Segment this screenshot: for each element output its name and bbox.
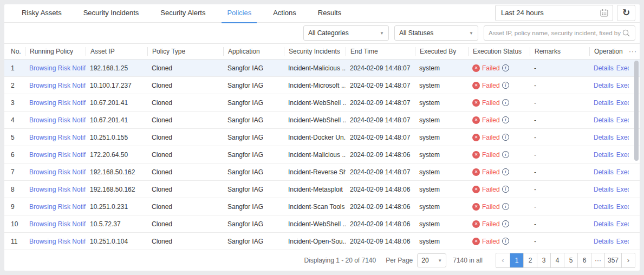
category-select[interactable]: All Categories ▼ [303,25,389,41]
running-policy-link[interactable]: Browsing Risk Notif... [29,134,86,141]
info-icon[interactable]: i [502,116,509,123]
table-row[interactable]: 4Browsing Risk Notif...10.67.201.41Clone… [4,112,640,129]
table-row[interactable]: 9Browsing Risk Notif...10.251.0.231Clone… [4,198,640,215]
details-link[interactable]: Details [594,82,614,89]
column-header-application[interactable]: Application [223,47,284,56]
table-row[interactable]: 3Browsing Risk Notif...10.67.201.41Clone… [4,94,640,112]
page-button-357[interactable]: 357 [604,253,621,267]
details-link[interactable]: Details [594,151,614,159]
info-icon[interactable]: i [502,99,509,106]
vertical-scrollbar[interactable] [634,61,639,161]
column-settings-icon[interactable]: ··· [629,47,640,56]
page-ellipsis[interactable]: ··· [591,253,604,267]
running-policy-link[interactable]: Browsing Risk Notif... [29,82,86,89]
execute-link[interactable]: Execut... [616,151,629,159]
info-icon[interactable]: i [502,186,509,193]
column-header-security-incidents[interactable]: Security Incidents [284,47,346,56]
page-button-6[interactable]: 6 [577,253,591,267]
details-link[interactable]: Details [594,116,614,124]
column-header-end-time[interactable]: End Time [346,47,415,56]
execute-link[interactable]: Execut... [616,116,629,124]
info-icon[interactable]: i [502,64,509,71]
page-button-5[interactable]: 5 [564,253,577,267]
row-number: 11 [4,238,25,245]
page-button-3[interactable]: 3 [537,253,550,267]
execute-link[interactable]: Execut... [616,238,629,245]
operation-cell: DetailsExecut... [589,220,629,228]
table-row[interactable]: 5Browsing Risk Notif...10.251.0.155Clone… [4,129,640,146]
execute-link[interactable]: Execut... [616,168,629,176]
search-icon[interactable] [622,29,630,37]
running-policy-link[interactable]: Browsing Risk Notif... [29,168,86,176]
info-icon[interactable]: i [502,238,509,245]
table-row[interactable]: 6Browsing Risk Notif...172.20.64.50Clone… [4,146,640,163]
running-policy-link[interactable]: Browsing Risk Notif... [29,99,86,107]
info-icon[interactable]: i [502,134,509,141]
column-header-running-policy[interactable]: Running Policy [25,47,86,56]
info-icon[interactable]: i [502,82,509,89]
per-page-select[interactable]: 20 ▼ [417,253,446,267]
details-link[interactable]: Details [594,64,614,72]
tab-policies[interactable]: Policies [222,4,257,23]
details-link[interactable]: Details [594,238,614,245]
running-policy-link[interactable]: Browsing Risk Notif... [29,151,86,159]
tabs-container: Risky AssetsSecurity IncidentsSecurity A… [16,4,357,23]
table-row[interactable]: 10Browsing Risk Notif...10.5.72.37Cloned… [4,215,640,233]
execute-link[interactable]: Execut... [616,134,629,141]
search-input[interactable] [489,30,622,36]
refresh-button[interactable]: ↻ [617,5,635,21]
info-icon[interactable]: i [502,203,509,210]
tab-results[interactable]: Results [313,4,347,23]
details-link[interactable]: Details [594,186,614,193]
page-button-1[interactable]: 1 [510,253,523,267]
tab-security-incidents[interactable]: Security Incidents [78,4,145,23]
prev-page-button[interactable]: ‹ [496,253,510,267]
table-row[interactable]: 11Browsing Risk Notif...10.251.0.104Clon… [4,233,640,250]
info-icon[interactable]: i [502,220,509,227]
column-header-policy-type[interactable]: Policy Type [147,47,223,56]
end-time-cell: 2024-02-09 14:48:07 [346,99,415,107]
details-link[interactable]: Details [594,220,614,228]
column-header-operation[interactable]: Operation [589,47,629,56]
tab-security-alerts[interactable]: Security Alerts [155,4,211,23]
running-policy-link[interactable]: Browsing Risk Notif... [29,116,86,124]
execute-link[interactable]: Execut... [616,220,629,228]
running-policy-link[interactable]: Browsing Risk Notif... [29,64,86,72]
execute-link[interactable]: Execut... [616,64,629,72]
date-range-picker[interactable]: Last 24 hours [495,5,613,21]
column-header-no-[interactable]: No. [4,47,25,56]
column-header-execution-status[interactable]: Execution Status [468,47,530,56]
details-link[interactable]: Details [594,134,614,141]
execution-status-cell: ✕Failedi [468,186,530,193]
execute-link[interactable]: Execut... [616,82,629,89]
table-row[interactable]: 2Browsing Risk Notif...10.100.17.237Clon… [4,77,640,94]
page-button-4[interactable]: 4 [550,253,564,267]
info-icon[interactable]: i [502,168,509,175]
table-row[interactable]: 1Browsing Risk Notif...192.168.1.25Clone… [4,60,640,77]
running-policy-link[interactable]: Browsing Risk Notif... [29,186,86,193]
execute-link[interactable]: Execut... [616,203,629,211]
table-row[interactable]: 7Browsing Risk Notif...192.168.50.162Clo… [4,163,640,181]
page-button-2[interactable]: 2 [523,253,537,267]
application-cell: Sangfor IAG [223,64,284,72]
status-select[interactable]: All Statuses ▼ [394,25,478,41]
tab-actions[interactable]: Actions [268,4,302,23]
table-row[interactable]: 8Browsing Risk Notif...192.168.50.162Clo… [4,181,640,198]
info-icon[interactable]: i [502,151,509,158]
column-header-asset-ip[interactable]: Asset IP [86,47,147,56]
calendar-icon[interactable] [600,9,608,17]
running-policy-link[interactable]: Browsing Risk Notif... [29,220,86,228]
next-page-button[interactable]: › [621,253,635,267]
column-header-remarks[interactable]: Remarks [530,47,589,56]
column-header-executed-by[interactable]: Executed By [415,47,468,56]
running-policy-link[interactable]: Browsing Risk Notif... [29,238,86,245]
details-link[interactable]: Details [594,203,614,211]
tab-risky-assets[interactable]: Risky Assets [16,4,67,23]
details-link[interactable]: Details [594,99,614,107]
details-link[interactable]: Details [594,168,614,176]
execute-link[interactable]: Execut... [616,99,629,107]
running-policy-link[interactable]: Browsing Risk Notif... [29,203,86,211]
execute-link[interactable]: Execut... [616,186,629,193]
remarks-cell: - [530,203,589,211]
tab-bar: Risky AssetsSecurity IncidentsSecurity A… [4,4,640,23]
